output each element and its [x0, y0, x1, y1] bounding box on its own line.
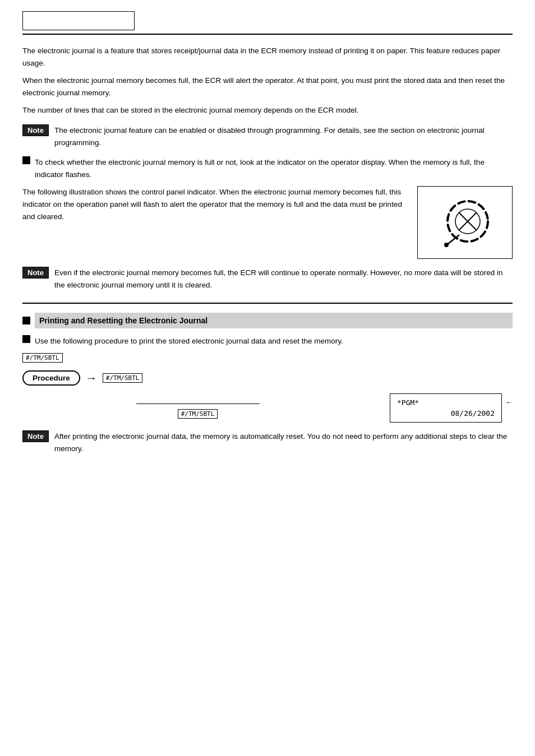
section-title-bar: Printing and Resetting the Electronic Jo… [35, 313, 513, 328]
note-text-2: Even if the electronic journal memory be… [54, 267, 513, 291]
procedure-row: Procedure → #/TM/SBTL [22, 370, 513, 386]
receipt-line2: 08/26/2002 [397, 409, 495, 418]
lines-receipt-row: #/TM/SBTL *PGM* 08/26/2002 ← [22, 393, 513, 423]
section-title-row: Printing and Resetting the Electronic Jo… [22, 313, 513, 328]
note-label-2: Note [22, 267, 49, 279]
dial-svg [431, 194, 499, 251]
section-title-text: Printing and Resetting the Electronic Jo… [39, 316, 207, 325]
bullet-content-2: Use the following procedure to print the… [35, 335, 513, 347]
para-2: When the electronic journal memory becom… [22, 75, 513, 99]
bullet-icon-2 [22, 335, 30, 343]
key-box-1: #/TM/SBTL [22, 353, 63, 363]
bullet-row-2: Use the following procedure to print the… [22, 335, 513, 347]
para-1: The electronic journal is a feature that… [22, 45, 513, 69]
dial-diagram-box [417, 186, 513, 259]
header-box [22, 11, 135, 30]
bullet-icon-1 [22, 156, 30, 164]
receipt-section: *PGM* 08/26/2002 ← [390, 393, 513, 423]
top-divider [22, 34, 513, 35]
receipt-box: *PGM* 08/26/2002 [390, 393, 502, 423]
note-block-1: Note The electronic journal feature can … [22, 124, 513, 149]
note-text-3: After printing the electronic journal da… [54, 430, 513, 454]
note-label-1: Note [22, 124, 49, 136]
page-container: The electronic journal is a feature that… [0, 0, 535, 756]
key-row-1: #/TM/SBTL [22, 353, 513, 363]
diagram-para: The following illustration shows the con… [22, 186, 406, 222]
diagram-section-text: The following illustration shows the con… [22, 186, 417, 228]
note-block-2: Note Even if the electronic journal memo… [22, 267, 513, 291]
key-box-3: #/TM/SBTL [178, 409, 218, 419]
line-container-1: #/TM/SBTL [22, 393, 373, 419]
section-title-bullet [22, 317, 30, 324]
note-block-3: Note After printing the electronic journ… [22, 430, 513, 454]
procedure-arrow: → [86, 372, 97, 384]
receipt-arrow: ← [505, 398, 513, 406]
procedure-button[interactable]: Procedure [22, 370, 80, 386]
key-box-2: #/TM/SBTL [103, 373, 143, 383]
para-3: The number of lines that can be stored i… [22, 104, 513, 117]
note-label-3: Note [22, 430, 49, 442]
receipt-line1: *PGM* [397, 398, 495, 407]
diagram-section: The following illustration shows the con… [22, 186, 513, 259]
underline-1 [136, 393, 260, 404]
key-below-line: #/TM/SBTL [178, 409, 218, 419]
bullet-content-1: To check whether the electronic journal … [35, 156, 513, 180]
section-divider [22, 303, 513, 304]
svg-point-5 [444, 243, 449, 247]
bullet-row-1: To check whether the electronic journal … [22, 156, 513, 180]
note-text-1: The electronic journal feature can be en… [54, 124, 513, 149]
